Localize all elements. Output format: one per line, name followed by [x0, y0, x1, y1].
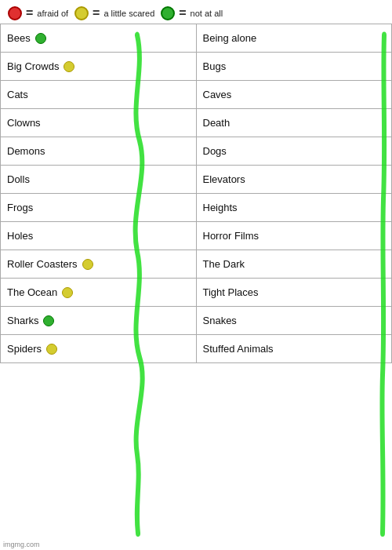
right-cell-text-0: Being alone: [203, 32, 257, 44]
left-cell-text-11: Spiders: [7, 343, 42, 355]
table-row: SpidersStuffed Animals: [1, 335, 392, 363]
left-dot-11: [46, 344, 57, 355]
left-dot-0: [35, 33, 46, 44]
left-cell-text-9: The Ocean: [7, 286, 57, 298]
right-cell-11: Stuffed Animals: [196, 335, 392, 363]
yellow-dot: [74, 6, 89, 20]
left-dot-9: [62, 287, 73, 298]
right-cell-1: Bugs: [196, 53, 392, 81]
right-cell-text-7: Horror Films: [203, 230, 260, 242]
right-cell-2: Caves: [196, 81, 392, 109]
right-cell-text-9: Tight Places: [203, 286, 259, 298]
right-cell-0: Being alone: [196, 24, 392, 53]
table-row: Roller CoastersThe Dark: [1, 250, 392, 279]
left-dot-1: [64, 61, 74, 72]
left-cell-text-0: Bees: [7, 32, 31, 44]
right-cell-text-11: Stuffed Animals: [203, 343, 274, 355]
table-row: CatsCaves: [1, 81, 392, 109]
table-row: DemonsDogs: [1, 137, 392, 166]
right-cell-10: Snakes: [196, 307, 392, 335]
table-wrapper: BeesBeing aloneBig CrowdsBugsCatsCavesCl…: [0, 24, 392, 539]
right-cell-3: Death: [196, 109, 392, 137]
right-cell-text-2: Caves: [203, 89, 232, 100]
eq-red: =: [26, 6, 33, 20]
right-cell-text-4: Dogs: [203, 145, 227, 157]
eq-yellow: =: [93, 6, 100, 20]
eq-green: =: [179, 6, 186, 20]
right-cell-6: Heights: [196, 194, 392, 222]
left-cell-3: Clowns: [1, 109, 197, 137]
fears-table: BeesBeing aloneBig CrowdsBugsCatsCavesCl…: [0, 24, 392, 363]
left-cell-1: Big Crowds: [1, 53, 197, 81]
main-container: = afraid of = a little scared = not at a…: [0, 0, 392, 550]
left-cell-10: Sharks: [1, 307, 197, 335]
left-cell-11: Spiders: [1, 335, 197, 363]
legend-item-green: = not at all: [161, 6, 223, 20]
left-cell-6: Frogs: [1, 194, 197, 222]
left-cell-5: Dolls: [1, 166, 197, 194]
green-dot: [161, 6, 175, 20]
left-cell-text-3: Clowns: [7, 117, 41, 129]
left-cell-8: Roller Coasters: [1, 250, 197, 279]
table-row: FrogsHeights: [1, 194, 392, 222]
legend-label-green: not at all: [191, 9, 223, 18]
table-row: Big CrowdsBugs: [1, 53, 392, 81]
legend-label-red: afraid of: [37, 9, 68, 18]
left-cell-2: Cats: [1, 81, 197, 109]
red-dot: [8, 6, 22, 20]
left-cell-text-8: Roller Coasters: [7, 258, 78, 270]
left-cell-9: The Ocean: [1, 279, 197, 307]
left-cell-text-6: Frogs: [7, 202, 33, 213]
left-cell-0: Bees: [1, 24, 197, 53]
right-cell-9: Tight Places: [196, 279, 392, 307]
right-cell-4: Dogs: [196, 137, 392, 166]
right-cell-text-3: Death: [203, 117, 230, 129]
table-row: The OceanTight Places: [1, 279, 392, 307]
table-row: ClownsDeath: [1, 109, 392, 137]
footer-label: imgmg.com: [0, 539, 392, 550]
left-cell-text-1: Big Crowds: [7, 60, 59, 72]
left-cell-text-4: Demons: [7, 145, 45, 157]
table-row: BeesBeing alone: [1, 24, 392, 53]
table-row: SharksSnakes: [1, 307, 392, 335]
right-cell-7: Horror Films: [196, 222, 392, 250]
right-cell-text-6: Heights: [203, 202, 238, 213]
right-cell-8: The Dark: [196, 250, 392, 279]
legend: = afraid of = a little scared = not at a…: [0, 0, 392, 24]
left-cell-text-10: Sharks: [7, 315, 38, 326]
right-cell-text-1: Bugs: [203, 60, 227, 72]
left-dot-8: [82, 259, 93, 270]
left-cell-text-2: Cats: [7, 89, 28, 100]
table-row: DollsElevators: [1, 166, 392, 194]
left-cell-text-7: Holes: [7, 230, 33, 242]
left-cell-text-5: Dolls: [7, 173, 30, 185]
right-cell-text-5: Elevators: [203, 173, 245, 185]
left-cell-7: Holes: [1, 222, 197, 250]
right-cell-text-8: The Dark: [203, 258, 245, 270]
legend-label-yellow: a little scared: [103, 9, 154, 18]
legend-item-red: = afraid of: [8, 6, 68, 20]
right-cell-text-10: Snakes: [203, 315, 237, 326]
left-dot-10: [43, 315, 54, 326]
legend-item-yellow: = a little scared: [74, 6, 154, 20]
table-row: HolesHorror Films: [1, 222, 392, 250]
right-cell-5: Elevators: [196, 166, 392, 194]
left-cell-4: Demons: [1, 137, 197, 166]
